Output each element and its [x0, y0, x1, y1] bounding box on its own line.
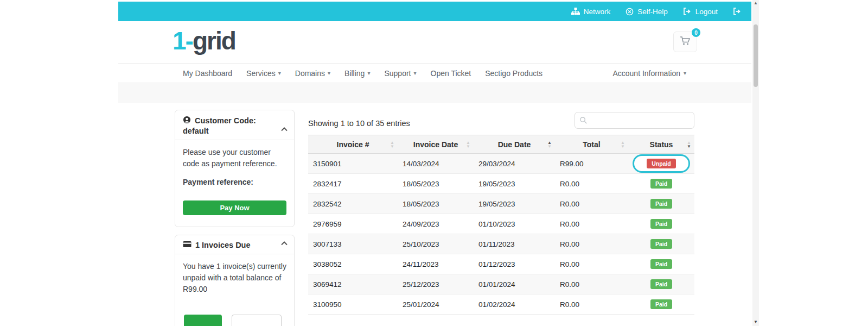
logo-part-2: grid — [193, 27, 235, 55]
cell-status: Paid — [628, 214, 694, 234]
credit-card-icon — [183, 241, 192, 249]
cell-due-date: 19/05/2023 — [474, 174, 555, 193]
chevron-up-icon[interactable] — [281, 239, 288, 247]
cell-invoice-number: 2832542 — [308, 194, 398, 214]
cell-invoice-date: 24/11/2023 — [398, 254, 474, 274]
nav-services[interactable]: Services ▾ — [239, 69, 288, 78]
cell-total: R0.00 — [555, 194, 628, 214]
nav-support[interactable]: Support ▾ — [377, 69, 423, 78]
invoices-table: Invoice # ▲▼ Invoice Date ▲▼ Due Date ▲▼… — [308, 135, 694, 315]
search-input[interactable] — [591, 116, 684, 125]
cell-invoice-date: 25/01/2024 — [398, 294, 474, 314]
header-label: Invoice Date — [413, 140, 458, 149]
status-badge-paid: Paid — [650, 219, 672, 229]
nav-billing[interactable]: Billing ▾ — [337, 69, 377, 78]
caret-down-icon: ▾ — [278, 70, 281, 76]
nav-label: My Dashboard — [183, 69, 232, 78]
cell-status: Paid — [628, 294, 694, 314]
cart-badge: 0 — [692, 28, 700, 37]
nav-open-ticket[interactable]: Open Ticket — [424, 69, 478, 78]
cell-invoice-date: 14/03/2024 — [398, 154, 474, 173]
caret-down-icon: ▾ — [367, 70, 370, 76]
cart-button[interactable]: 0 — [673, 32, 697, 52]
cell-invoice-date: 18/05/2023 — [398, 194, 474, 214]
partial-light-button[interactable] — [232, 315, 282, 326]
topbar-logout-label: Logout — [695, 8, 718, 16]
cell-invoice-number: 3100950 — [308, 294, 398, 314]
table-row[interactable]: 3007133 25/10/2023 01/11/2023 R0.00 Paid — [308, 234, 694, 254]
logout-icon — [683, 8, 692, 15]
cell-invoice-date: 25/10/2023 — [398, 234, 474, 254]
content-column: Network Self-Help Logout — [118, 0, 751, 326]
pay-now-button[interactable]: Pay Now — [183, 200, 286, 215]
customer-code-note: Please use your customer code as payment… — [183, 147, 286, 170]
table-row[interactable]: 2832417 18/05/2023 19/05/2023 R0.00 Paid — [308, 174, 694, 194]
sort-icon: ▲▼ — [621, 141, 625, 148]
status-badge-unpaid: Unpaid — [647, 159, 676, 168]
table-row[interactable]: 3069412 25/12/2023 01/01/2024 R0.00 Paid — [308, 274, 694, 294]
scrollbar-thumb[interactable] — [754, 24, 758, 87]
invoices-due-card: 1 Invoices Due You have 1 invoice(s) cur… — [175, 235, 295, 326]
cell-invoice-number: 2832417 — [308, 174, 398, 193]
customer-code-card-body: Please use your customer code as payment… — [175, 140, 294, 222]
table-row[interactable]: 2832542 18/05/2023 19/05/2023 R0.00 Paid — [308, 194, 694, 214]
table-info-text: Showing 1 to 10 of 35 entries — [308, 119, 410, 128]
cell-due-date: 01/12/2023 — [474, 254, 555, 274]
cart-icon — [680, 36, 691, 48]
scrollbar-down-arrow[interactable]: ▼ — [752, 319, 759, 324]
table-row[interactable]: 3100950 25/01/2024 01/02/2024 R0.00 Paid — [308, 294, 694, 315]
cell-invoice-date: 24/09/2023 — [398, 214, 474, 234]
table-row[interactable]: 3038052 24/11/2023 01/12/2023 R0.00 Paid — [308, 254, 694, 274]
header-due-date[interactable]: Due Date ▲▼ — [474, 135, 555, 153]
header-invoice-date[interactable]: Invoice Date ▲▼ — [398, 135, 474, 153]
table-header-row: Invoice # ▲▼ Invoice Date ▲▼ Due Date ▲▼… — [308, 135, 694, 154]
header-total[interactable]: Total ▲▼ — [555, 135, 628, 153]
unpaid-highlight-ring: Unpaid — [633, 154, 690, 173]
status-badge-paid: Paid — [650, 299, 672, 309]
breadcrumb-band — [118, 83, 751, 103]
table-row[interactable]: 2976959 24/09/2023 01/10/2023 R0.00 Paid — [308, 214, 694, 234]
header-invoice-number[interactable]: Invoice # ▲▼ — [308, 135, 398, 153]
topbar-network[interactable]: Network — [571, 8, 611, 16]
page: Network Self-Help Logout — [0, 0, 868, 326]
topbar: Network Self-Help Logout — [118, 2, 751, 21]
cell-total: R0.00 — [555, 274, 628, 294]
invoices-due-text: You have 1 invoice(s) currently unpaid w… — [183, 261, 286, 295]
nav-label: Billing — [344, 69, 365, 78]
nav-label: Sectigo Products — [485, 69, 542, 78]
chevron-up-icon[interactable] — [281, 124, 288, 133]
nav-domains[interactable]: Domains ▾ — [288, 69, 337, 78]
scrollbar-up-arrow[interactable]: ▲ — [752, 1, 759, 5]
status-badge-paid: Paid — [650, 259, 672, 269]
logo[interactable]: 1-grid — [173, 27, 235, 55]
table-row[interactable]: 3150901 14/03/2024 29/03/2024 R99.00 Unp… — [308, 154, 694, 174]
cell-due-date: 01/11/2023 — [474, 234, 555, 254]
invoices-due-card-body: You have 1 invoice(s) currently unpaid w… — [175, 254, 294, 302]
sort-icon-ascending: ▲▼ — [547, 141, 552, 148]
user-icon — [183, 116, 191, 126]
nav-sectigo-products[interactable]: Sectigo Products — [478, 69, 550, 78]
topbar-self-help[interactable]: Self-Help — [626, 8, 668, 16]
nav-my-dashboard[interactable]: My Dashboard — [183, 69, 239, 78]
nav-account-information[interactable]: Account Information ▾ — [612, 64, 686, 83]
cell-total: R0.00 — [555, 174, 628, 193]
cell-total: R0.00 — [555, 234, 628, 254]
cell-due-date: 01/10/2023 — [474, 214, 555, 234]
nav-label: Support — [384, 69, 411, 78]
header-status[interactable]: Status ▲▼ — [628, 135, 694, 153]
topbar-logout[interactable]: Logout — [683, 8, 718, 16]
invoices-due-title: 1 Invoices Due — [195, 241, 251, 249]
cell-invoice-date: 18/05/2023 — [398, 174, 474, 193]
customer-code-card: Customer Code: default Please use your c… — [175, 110, 295, 227]
status-badge-paid: Paid — [650, 239, 672, 249]
cell-total: R0.00 — [555, 254, 628, 274]
topbar-signout-button[interactable] — [733, 8, 742, 15]
cell-due-date: 01/01/2024 — [474, 274, 555, 294]
status-badge-paid: Paid — [650, 199, 672, 209]
cell-total: R0.00 — [555, 214, 628, 234]
vertical-scrollbar[interactable]: ▲ ▼ — [752, 0, 759, 326]
header-label: Status — [650, 140, 673, 149]
topbar-network-label: Network — [584, 8, 611, 16]
customer-code-card-header: Customer Code: default — [175, 110, 294, 140]
partial-green-button[interactable] — [184, 315, 222, 326]
